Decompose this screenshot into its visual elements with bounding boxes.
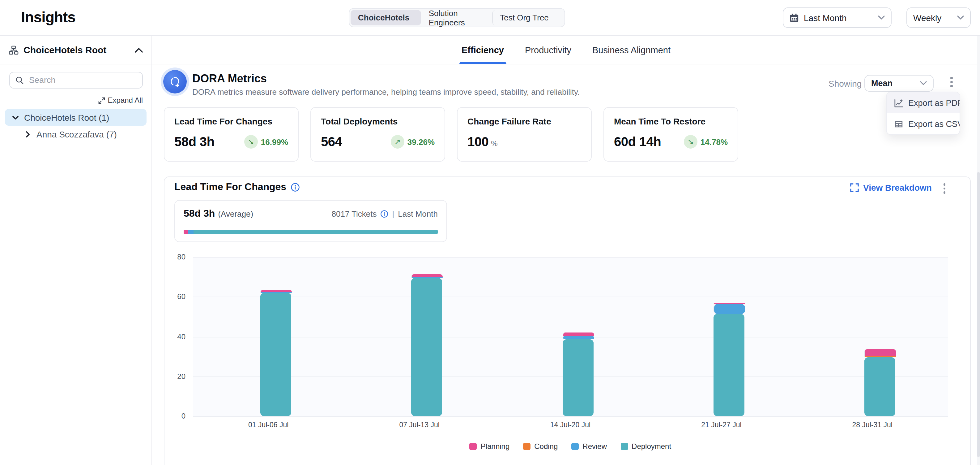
trend-badge: ↘16.99% bbox=[244, 135, 288, 149]
stacked-bar[interactable] bbox=[412, 257, 428, 416]
chevron-down-icon bbox=[878, 16, 885, 20]
sidebar-header: ChoiceHotels Root bbox=[0, 36, 151, 64]
metric-unit: % bbox=[491, 139, 498, 148]
page-title: Insights bbox=[21, 9, 75, 26]
menu-item-label: Export as CSV bbox=[908, 119, 960, 128]
expand-icon bbox=[99, 97, 105, 104]
bar-segment-planning[interactable] bbox=[562, 332, 594, 336]
stacked-bar[interactable] bbox=[260, 257, 276, 416]
scrollbar[interactable] bbox=[977, 36, 980, 465]
tree-item-choicehotels-root[interactable]: ChoiceHotels Root (1) bbox=[5, 109, 146, 126]
progress-segment-review bbox=[188, 230, 193, 234]
bar-segment-review[interactable] bbox=[412, 277, 443, 278]
progress-segment-deployment bbox=[193, 230, 438, 234]
bar-segment-deployment[interactable] bbox=[864, 357, 895, 416]
dora-section-description: DORA metrics measure software delivery p… bbox=[192, 87, 580, 97]
metric-card-total-deployments: Total Deployments 564 ↗39.26% bbox=[310, 107, 445, 161]
legend-label: Review bbox=[582, 442, 607, 451]
calendar-icon bbox=[789, 13, 799, 22]
bar-segment-deployment[interactable] bbox=[412, 278, 442, 416]
org-tab-choicehotels[interactable]: ChoiceHotels bbox=[351, 10, 422, 26]
divider: | bbox=[392, 209, 395, 218]
stacked-bar[interactable] bbox=[713, 257, 729, 416]
view-breakdown-label: View Breakdown bbox=[863, 183, 932, 193]
date-range-value: Last Month bbox=[804, 13, 847, 22]
tab-business-alignment[interactable]: Business Alignment bbox=[592, 36, 671, 64]
org-tab-group: ChoiceHotels Solution Engineers Test Org… bbox=[349, 8, 565, 27]
metric-card-change-failure-rate: Change Failure Rate 100 % bbox=[457, 107, 592, 161]
org-tab-test-org-tree[interactable]: Test Org Tree bbox=[492, 10, 563, 26]
dora-options-kebab-icon[interactable] bbox=[948, 74, 955, 89]
legend-item-review[interactable]: Review bbox=[571, 442, 607, 451]
chevron-right-icon[interactable] bbox=[24, 130, 32, 138]
granularity-select[interactable]: Weekly bbox=[907, 8, 971, 28]
org-tab-label: Solution Engineers bbox=[429, 8, 485, 27]
bar-segment-deployment[interactable] bbox=[562, 340, 593, 416]
y-tick-label: 20 bbox=[177, 372, 186, 381]
menu-item-export-pdf[interactable]: Export as PDF bbox=[887, 92, 959, 113]
trend-down-icon: ↘ bbox=[684, 135, 697, 149]
menu-item-export-csv[interactable]: Export as CSV bbox=[887, 113, 959, 134]
metric-value: 564 bbox=[321, 134, 342, 149]
org-tab-label: ChoiceHotels bbox=[358, 13, 409, 22]
panel-options-kebab-icon[interactable] bbox=[941, 181, 948, 196]
tab-label: Efficiency bbox=[461, 45, 504, 55]
expand-corners-icon bbox=[850, 183, 859, 192]
top-header: Insights ChoiceHotels Solution Engineers… bbox=[0, 0, 980, 36]
phase-progress-bar bbox=[184, 230, 438, 234]
metric-title: Total Deployments bbox=[321, 117, 435, 126]
tickets-count: 8017 Tickets bbox=[332, 209, 377, 218]
tree-item-anna-scozzafava[interactable]: Anna Scozzafava (7) bbox=[18, 126, 146, 142]
sidebar: ChoiceHotels Root Expand All ChoiceHotel… bbox=[0, 36, 152, 465]
stacked-bar[interactable] bbox=[864, 257, 880, 416]
average-summary-card: 58d 3h (Average) 8017 Tickets | Last Mon… bbox=[174, 200, 447, 242]
tab-productivity[interactable]: Productivity bbox=[525, 36, 571, 64]
info-icon[interactable] bbox=[380, 209, 388, 217]
progress-segment-planning bbox=[184, 230, 188, 234]
legend-swatch bbox=[523, 443, 530, 450]
bar-segment-planning[interactable] bbox=[864, 350, 896, 356]
view-breakdown-button[interactable]: View Breakdown bbox=[850, 183, 932, 193]
trend-down-icon: ↘ bbox=[244, 135, 258, 149]
legend-item-deployment[interactable]: Deployment bbox=[620, 442, 671, 451]
info-icon[interactable] bbox=[291, 182, 300, 192]
chevron-down-icon bbox=[920, 81, 927, 85]
dora-section-title: DORA Metrics bbox=[192, 72, 267, 85]
date-range-select[interactable]: Last Month bbox=[783, 8, 892, 28]
tab-efficiency[interactable]: Efficiency bbox=[461, 36, 504, 64]
metric-title: Lead Time For Changes bbox=[174, 117, 288, 126]
expand-all-button[interactable]: Expand All bbox=[99, 96, 143, 105]
dora-metrics-icon bbox=[163, 70, 187, 94]
legend-item-planning[interactable]: Planning bbox=[469, 442, 509, 451]
metric-value: 60d 14h bbox=[614, 134, 661, 149]
tree-item-label: Anna Scozzafava (7) bbox=[37, 129, 117, 139]
chart-y-axis: 020406080 bbox=[164, 257, 189, 416]
period-label: Last Month bbox=[398, 209, 438, 218]
bar-segment-review[interactable] bbox=[713, 304, 745, 313]
legend-label: Coding bbox=[534, 442, 558, 451]
bar-segment-coding[interactable] bbox=[864, 356, 896, 357]
scrollbar-thumb[interactable] bbox=[977, 172, 980, 457]
legend-swatch bbox=[469, 443, 477, 450]
bar-segment-deployment[interactable] bbox=[713, 313, 744, 416]
showing-select[interactable]: Mean bbox=[864, 75, 934, 92]
org-tab-solution-engineers[interactable]: Solution Engineers bbox=[422, 10, 492, 26]
showing-value: Mean bbox=[871, 78, 892, 88]
collapse-chevron-up-icon[interactable] bbox=[135, 47, 143, 52]
legend-item-coding[interactable]: Coding bbox=[523, 442, 558, 451]
bar-segment-planning[interactable] bbox=[260, 289, 292, 292]
search-icon bbox=[16, 76, 24, 84]
chevron-down-icon[interactable] bbox=[11, 113, 20, 121]
chart-legend: PlanningCodingReviewDeployment bbox=[193, 442, 948, 451]
org-tree: ChoiceHotels Root (1) Anna Scozzafava (7… bbox=[5, 109, 146, 142]
stacked-bar[interactable] bbox=[562, 257, 578, 416]
bar-segment-review[interactable] bbox=[562, 336, 594, 340]
search-input[interactable] bbox=[28, 75, 137, 85]
tab-label: Productivity bbox=[525, 45, 571, 55]
gridline bbox=[193, 416, 948, 417]
showing-label: Showing bbox=[829, 78, 862, 88]
bar-segment-planning[interactable] bbox=[412, 274, 443, 277]
y-tick-label: 80 bbox=[177, 252, 186, 261]
bar-segment-deployment[interactable] bbox=[260, 293, 291, 416]
legend-swatch bbox=[620, 443, 628, 450]
